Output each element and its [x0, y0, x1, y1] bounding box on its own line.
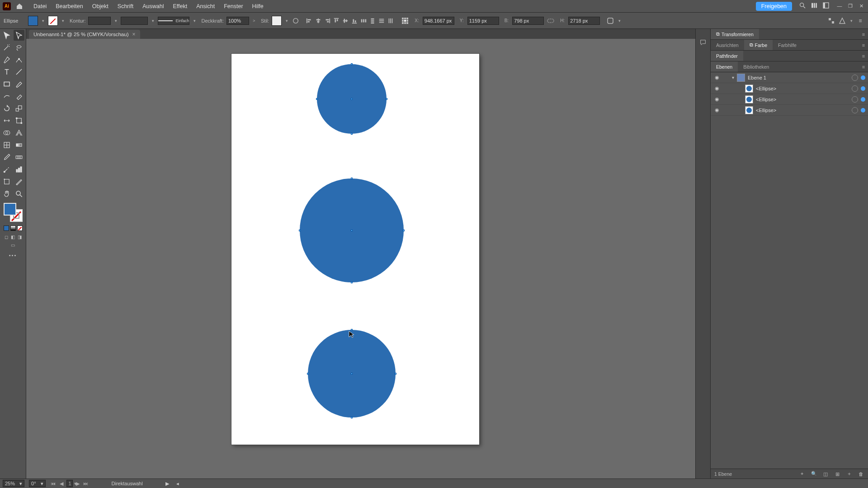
symbol-sprayer-tool[interactable]	[1, 164, 12, 175]
document-tab[interactable]: Unbenannt-1* @ 25 % (CMYK/Vorschau) ×	[29, 30, 140, 39]
fill-box[interactable]	[4, 203, 16, 216]
perspective-icon[interactable]	[838, 17, 846, 25]
lasso-tool[interactable]	[14, 42, 24, 53]
eraser-tool[interactable]	[14, 91, 24, 102]
visibility-icon[interactable]: ◉	[711, 107, 723, 113]
menu-ansicht[interactable]: Ansicht	[192, 3, 219, 9]
visibility-icon[interactable]: ◉	[711, 96, 723, 102]
close-icon[interactable]: ✕	[857, 3, 865, 9]
anchor-point[interactable]	[351, 98, 353, 100]
align-bottom-icon[interactable]	[350, 17, 359, 25]
artboard-first-icon[interactable]: ⏮	[50, 481, 57, 486]
color-mode-gradient[interactable]	[10, 225, 16, 231]
artboard-last-icon[interactable]: ⏭	[83, 481, 89, 486]
rotate-field[interactable]: 0°▾	[29, 480, 46, 487]
canvas-area[interactable]: Unbenannt-1* @ 25 % (CMYK/Vorschau) ×	[26, 29, 695, 479]
rotate-tool[interactable]	[1, 103, 12, 114]
tab-ausrichten[interactable]: Ausrichten	[711, 40, 744, 50]
artboard-next-icon[interactable]: ▶	[75, 481, 81, 487]
layer-name[interactable]: <Ellipse>	[756, 108, 852, 113]
hand-tool[interactable]	[1, 188, 12, 199]
anchor-point[interactable]	[351, 178, 353, 179]
anchor-point[interactable]	[351, 230, 353, 231]
free-transform-tool[interactable]	[14, 115, 24, 126]
dist-v-icon[interactable]	[368, 17, 377, 25]
selection-tool[interactable]	[1, 30, 12, 41]
layer-row-child[interactable]: ◉<Ellipse>	[711, 83, 868, 94]
color-mode-none[interactable]	[17, 225, 23, 231]
color-mode-solid[interactable]	[4, 225, 9, 231]
layer-name[interactable]: Ebene 1	[748, 75, 852, 80]
opacity-dd-icon[interactable]: >	[252, 19, 256, 23]
tab-ebenen[interactable]: Ebenen	[711, 61, 738, 72]
brush-dd-icon[interactable]: ▾	[192, 19, 197, 23]
pen-tool[interactable]	[1, 54, 12, 65]
panel-menu-icon[interactable]: ≡	[859, 53, 868, 59]
selection-indicator[interactable]	[861, 108, 865, 113]
h-field[interactable]	[568, 17, 600, 25]
dist-v2-icon[interactable]	[377, 17, 386, 25]
screen-mode[interactable]: ▭	[10, 243, 16, 248]
var-width-field[interactable]	[121, 17, 148, 25]
artboard-prev-icon[interactable]: ◀	[58, 481, 65, 487]
align-hcenter-icon[interactable]	[314, 17, 322, 25]
style-dd-icon[interactable]: ▾	[284, 19, 289, 23]
gradient-tool[interactable]	[14, 140, 24, 150]
recolor-icon[interactable]	[292, 17, 300, 25]
anchor-point[interactable]	[351, 373, 353, 375]
panel-menu-icon[interactable]: ≡	[856, 17, 864, 25]
panel-menu-icon[interactable]: ≡	[859, 42, 868, 48]
menu-objekt[interactable]: Objekt	[88, 3, 113, 9]
search-icon[interactable]	[797, 2, 808, 10]
selection-indicator[interactable]	[861, 86, 865, 91]
x-field[interactable]	[423, 17, 454, 25]
artboard-tool[interactable]	[1, 176, 12, 187]
share-button[interactable]: Freigeben	[756, 2, 792, 11]
target-icon[interactable]	[852, 107, 858, 113]
slice-tool[interactable]	[14, 176, 24, 187]
opacity-field[interactable]	[226, 17, 249, 25]
direct-selection-tool[interactable]	[14, 30, 24, 41]
shaper-tool[interactable]	[1, 91, 12, 102]
tab-farbe[interactable]: ⧉Farbe	[744, 40, 773, 50]
draw-behind-icon[interactable]: ◧	[10, 235, 16, 240]
tab-close-icon[interactable]: ×	[132, 31, 135, 38]
align-left-icon[interactable]	[305, 17, 313, 25]
tab-farbhilfe[interactable]: Farbhilfe	[773, 40, 802, 50]
anchor-point[interactable]	[351, 417, 353, 418]
isolate-icon[interactable]	[827, 17, 835, 25]
width-tool[interactable]	[1, 115, 12, 126]
maximize-icon[interactable]: ❐	[846, 3, 854, 9]
shape-props-icon[interactable]	[606, 17, 614, 25]
menu-bearbeiten[interactable]: Bearbeiten	[51, 3, 87, 9]
eyedropper-tool[interactable]	[1, 152, 12, 163]
panel-menu-icon[interactable]: ≡	[859, 64, 868, 70]
target-icon[interactable]	[852, 75, 858, 81]
scroll-left-icon[interactable]: ▶	[165, 481, 169, 487]
brush-def-field[interactable]: Einfach	[158, 17, 189, 25]
anchor-point[interactable]	[351, 63, 353, 65]
style-swatch[interactable]	[272, 16, 282, 26]
minimize-icon[interactable]: —	[835, 3, 844, 9]
menu-schrift[interactable]: Schrift	[113, 3, 138, 9]
stroke-dropdown-icon[interactable]: ▾	[61, 19, 65, 23]
b-field[interactable]	[512, 17, 544, 25]
target-icon[interactable]	[852, 96, 858, 103]
visibility-icon[interactable]: ◉	[711, 85, 723, 91]
tab-transformieren[interactable]: ⧉Transformieren	[711, 29, 759, 39]
search-layer-icon[interactable]: 🔍	[810, 471, 817, 477]
layer-row-parent[interactable]: ◉ ▾ Ebene 1	[711, 72, 868, 83]
tab-pathfinder[interactable]: Pathfinder	[711, 51, 743, 61]
screen-mode-icon[interactable]: ▭	[10, 243, 16, 248]
panel-menu-icon[interactable]: ≡	[859, 32, 868, 37]
layer-row-child[interactable]: ◉<Ellipse>	[711, 105, 868, 116]
align-top-icon[interactable]	[332, 17, 340, 25]
target-icon[interactable]	[852, 85, 858, 92]
visibility-icon[interactable]: ◉	[711, 75, 723, 80]
align-vcenter-icon[interactable]	[341, 17, 349, 25]
anchor-point[interactable]	[403, 230, 405, 231]
menu-effekt[interactable]: Effekt	[168, 3, 192, 9]
mesh-tool[interactable]	[1, 140, 12, 150]
menu-auswahl[interactable]: Auswahl	[138, 3, 168, 9]
transform-anchor-icon[interactable]	[401, 17, 409, 25]
